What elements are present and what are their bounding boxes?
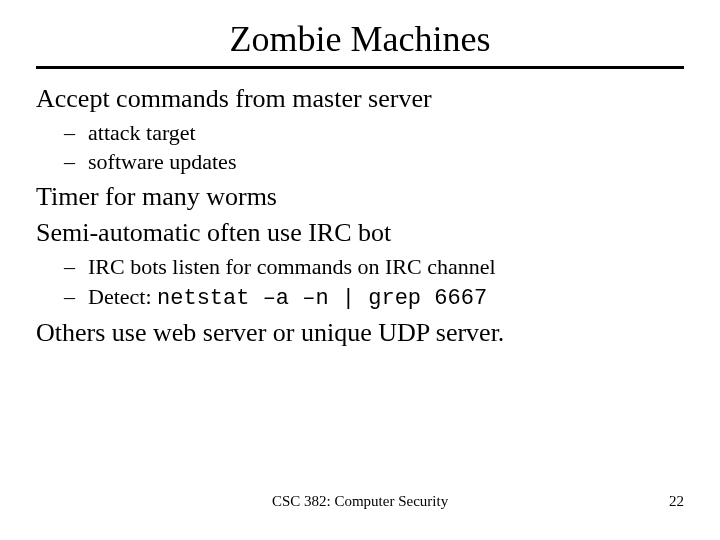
slide-body: Accept commands from master server attac… [36,83,684,350]
bullet-sub: attack target [88,118,684,148]
slide-title: Zombie Machines [36,18,684,60]
slide: Zombie Machines Accept commands from mas… [0,0,720,540]
footer-page-number: 22 [669,493,684,510]
detect-command: netstat –a –n | grep 6667 [157,286,487,311]
detect-label: Detect: [88,284,157,309]
bullet-main: Others use web server or unique UDP serv… [36,317,684,350]
title-underline [36,66,684,69]
bullet-sub: Detect: netstat –a –n | grep 6667 [88,282,684,314]
bullet-sub: IRC bots listen for commands on IRC chan… [88,252,684,282]
bullet-sub: software updates [88,147,684,177]
bullet-main: Semi-automatic often use IRC bot [36,217,684,250]
bullet-main: Accept commands from master server [36,83,684,116]
slide-footer: CSC 382: Computer Security 22 [0,493,720,510]
footer-course: CSC 382: Computer Security [272,493,448,510]
bullet-main: Timer for many worms [36,181,684,214]
